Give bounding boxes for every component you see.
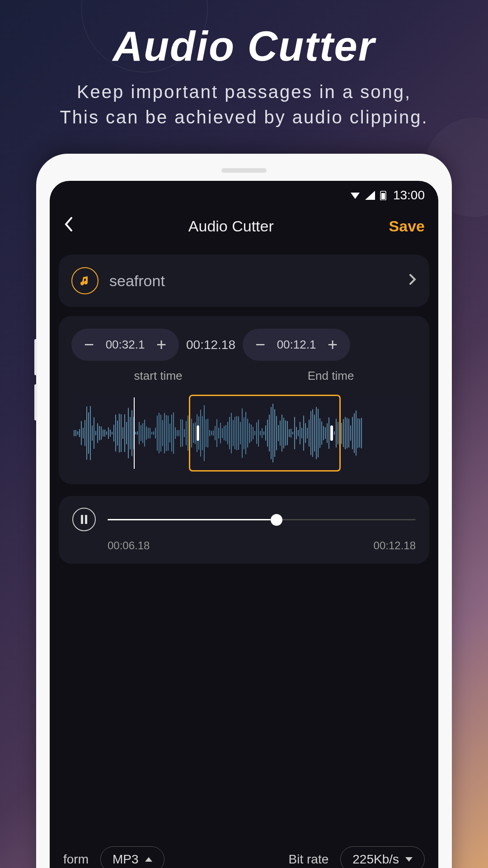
chevron-left-icon [63,216,73,232]
waveform[interactable] [71,395,417,472]
phone-volume-button [34,384,37,420]
start-minus-button[interactable]: − [81,335,97,354]
phone-notch [221,168,267,173]
pause-icon [85,515,87,524]
current-time: 00:06.18 [108,539,150,552]
wifi-icon [350,191,361,200]
pause-icon [81,515,83,524]
selection-handle-right[interactable] [330,425,333,441]
form-label: form [63,852,89,867]
music-icon [71,267,99,294]
playhead[interactable] [134,397,135,469]
start-time-value: 00:32.1 [105,338,145,352]
svg-rect-1 [381,193,385,199]
time-editor-card: − 00:32.1 + 00:12.18 − 00:12.1 + start t… [59,316,429,484]
app-header: Audio Cutter Save [50,207,438,245]
total-time: 00:12.18 [374,539,416,552]
selection-handle-left[interactable] [197,425,199,441]
start-plus-button[interactable]: + [154,335,169,354]
hero-subtitle: Keep important passages in a song, This … [0,70,488,130]
signal-icon [365,191,375,200]
phone-mockup: 13:00 Audio Cutter Save seafront [36,154,452,868]
status-time: 13:00 [393,188,425,203]
track-card[interactable]: seafront [59,255,429,307]
end-time-value: 00:12.1 [276,338,317,352]
end-minus-button[interactable]: − [253,335,268,354]
bottom-controls: form MP3 Bit rate 225Kb/s [50,846,438,868]
progress-thumb[interactable] [271,514,282,526]
bitrate-dropdown[interactable]: 225Kb/s [340,846,425,868]
end-plus-button[interactable]: + [325,335,340,354]
hero-title: Audio Cutter [0,0,488,70]
player-card: 00:06.18 00:12.18 [59,496,429,564]
track-name: seafront [109,272,398,290]
bitrate-label: Bit rate [289,852,329,867]
pause-button[interactable] [72,508,96,531]
caret-up-icon [145,857,152,862]
status-bar: 13:00 [50,181,438,207]
caret-down-icon [405,857,413,862]
app-screen: 13:00 Audio Cutter Save seafront [50,181,438,868]
chevron-right-icon [408,273,417,289]
battery-icon [380,190,387,200]
duration-value: 00:12.18 [186,338,235,352]
end-time-stepper: − 00:12.1 + [243,329,350,361]
save-button[interactable]: Save [389,217,425,235]
format-dropdown[interactable]: MP3 [100,846,164,868]
selection-box[interactable] [189,395,341,472]
start-time-label: start time [134,369,183,383]
page-title: Audio Cutter [188,217,274,235]
progress-slider[interactable] [108,519,416,520]
end-time-label: End time [308,369,354,383]
phone-volume-button [34,339,37,375]
start-time-stepper: − 00:32.1 + [71,329,179,361]
back-button[interactable] [63,216,73,236]
